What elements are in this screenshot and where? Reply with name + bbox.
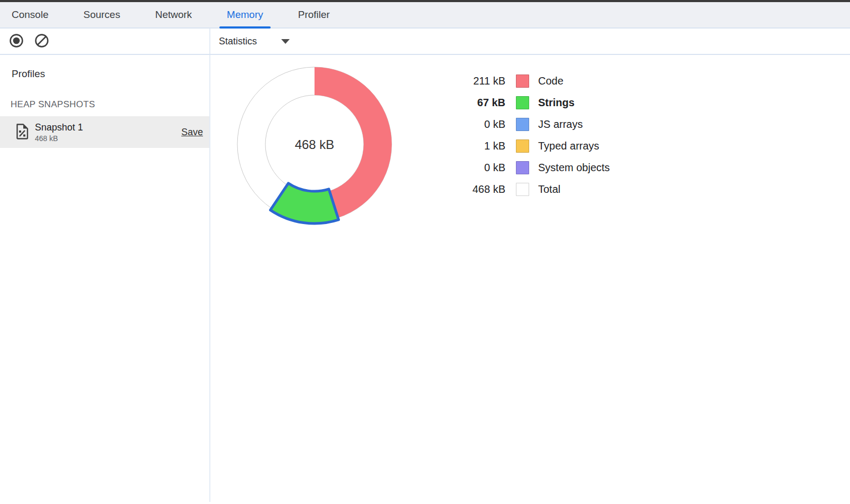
memory-toolbar: Statistics bbox=[0, 29, 850, 55]
perspective-select[interactable]: Statistics bbox=[215, 34, 294, 49]
legend-value: 1 kB bbox=[455, 140, 505, 152]
legend-label: Total bbox=[538, 183, 560, 195]
legend-label: JS arrays bbox=[538, 118, 583, 130]
heap-statistics-donut-chart: 468 kB bbox=[230, 60, 399, 229]
donut-slice-strings[interactable] bbox=[270, 183, 338, 223]
legend-value: 67 kB bbox=[455, 97, 505, 109]
toolbar-left-section bbox=[0, 29, 210, 54]
legend-row-typed-arrays[interactable]: 1 kB Typed arrays bbox=[455, 135, 610, 157]
toolbar-right-section: Statistics bbox=[210, 29, 850, 54]
heap-snapshots-section-title: HEAP SNAPSHOTS bbox=[11, 99, 209, 110]
tab-profiler[interactable]: Profiler bbox=[291, 2, 337, 27]
devtools-tabbar: Console Sources Network Memory Profiler bbox=[0, 2, 850, 29]
legend-value: 0 kB bbox=[455, 118, 505, 130]
clear-icon bbox=[34, 33, 49, 50]
legend-swatch bbox=[516, 96, 529, 109]
tab-sources[interactable]: Sources bbox=[76, 2, 128, 27]
perspective-select-value: Statistics bbox=[219, 36, 257, 47]
snapshot-name: Snapshot 1 bbox=[35, 122, 181, 133]
legend-row-js-arrays[interactable]: 0 kB JS arrays bbox=[455, 114, 610, 135]
legend-label: System objects bbox=[538, 162, 610, 174]
heap-snapshot-file-icon bbox=[15, 122, 30, 143]
legend-swatch bbox=[516, 139, 529, 153]
legend-swatch bbox=[516, 161, 529, 174]
legend-swatch bbox=[516, 183, 529, 196]
legend-row-strings[interactable]: 67 kB Strings bbox=[455, 92, 610, 114]
sidebar-title: Profiles bbox=[12, 68, 209, 80]
legend-label: Code bbox=[538, 75, 563, 87]
legend-value: 468 kB bbox=[455, 183, 505, 195]
legend-row-total[interactable]: 468 kB Total bbox=[455, 179, 610, 200]
legend-value: 0 kB bbox=[455, 162, 505, 174]
clear-profiles-button[interactable] bbox=[34, 33, 50, 49]
chart-legend: 211 kB Code 67 kB Strings 0 kB JS arrays… bbox=[455, 70, 610, 200]
legend-swatch bbox=[516, 74, 529, 88]
record-heap-snapshot-button[interactable] bbox=[8, 33, 24, 49]
tab-network[interactable]: Network bbox=[147, 2, 199, 27]
sidebar-item-snapshot-1[interactable]: Snapshot 1 468 kB Save bbox=[0, 116, 209, 148]
legend-value: 211 kB bbox=[455, 75, 505, 87]
tab-console[interactable]: Console bbox=[4, 2, 56, 27]
save-snapshot-link[interactable]: Save bbox=[181, 127, 203, 138]
snapshot-size: 468 kB bbox=[35, 134, 181, 143]
snapshot-meta: Snapshot 1 468 kB bbox=[35, 122, 181, 143]
legend-label: Typed arrays bbox=[538, 140, 599, 152]
record-icon bbox=[9, 33, 24, 50]
legend-swatch bbox=[516, 118, 529, 131]
legend-row-system-objects[interactable]: 0 kB System objects bbox=[455, 157, 610, 179]
legend-row-code[interactable]: 211 kB Code bbox=[455, 70, 610, 92]
statistics-panel: 468 kB 211 kB Code 67 kB Strings 0 kB JS… bbox=[210, 55, 850, 502]
tab-memory[interactable]: Memory bbox=[219, 2, 271, 27]
profiles-sidebar: Profiles HEAP SNAPSHOTS Snapshot 1 468 k… bbox=[0, 55, 210, 502]
chevron-down-icon bbox=[281, 39, 290, 44]
legend-label: Strings bbox=[538, 97, 575, 109]
donut-center-label: 468 kB bbox=[295, 137, 335, 152]
